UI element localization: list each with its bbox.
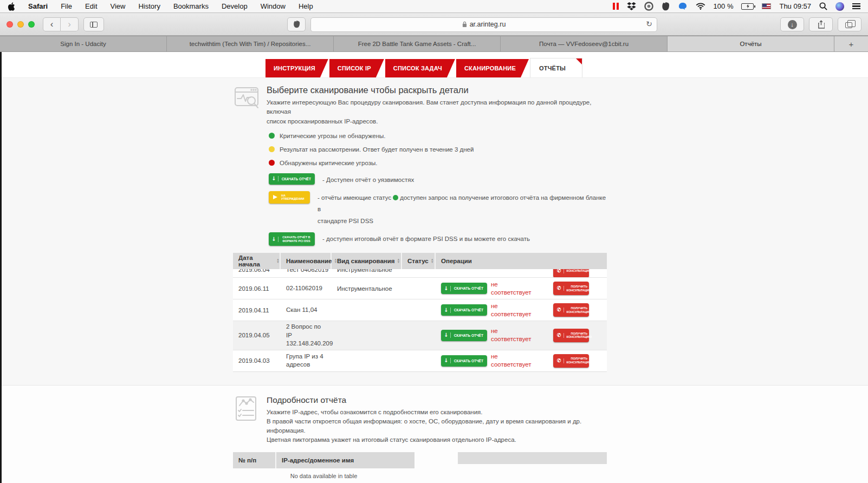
table-row[interactable]: 2019.04.05 2 Вопрос по IP 132.148.240.20… [233, 321, 607, 350]
site-tab-scanning[interactable]: СКАНИРОВАНИЕ [456, 59, 529, 77]
address-bar[interactable]: ar.arinteg.ru ↻ [310, 17, 657, 32]
close-window-button[interactable] [7, 21, 13, 28]
browser-tab-udacity[interactable]: Sign In - Udacity [0, 36, 167, 51]
menu-help[interactable]: Help [299, 2, 313, 10]
consult-button[interactable]: ✆ПОЛУЧИТЬ КОНСУЛЬТАЦИЮ [553, 282, 589, 295]
menu-file[interactable]: File [61, 2, 72, 10]
battery-icon[interactable] [741, 3, 754, 10]
share-button[interactable] [809, 17, 833, 31]
wifi-icon[interactable] [696, 3, 705, 10]
reload-button[interactable]: ↻ [646, 19, 652, 28]
col-operations-header: Операции [436, 253, 607, 269]
downloads-button[interactable]: ↓ [780, 17, 804, 31]
col-status-header[interactable]: Статус▲▼ [402, 253, 436, 269]
approval-desc: - отчёты имеющие статусдоступен запрос н… [318, 192, 607, 228]
cell-date: 2019.04.11 [233, 307, 281, 314]
menu-history[interactable]: History [138, 2, 160, 10]
cell-type: Инструментальное [332, 269, 402, 273]
input-language-flag-icon[interactable] [762, 3, 771, 9]
consult-button[interactable]: ✆ПОЛУЧИТЬ КОНСУЛЬТАЦИЮ [553, 329, 589, 342]
download-pci-label: СКАЧАТЬ ОТЧЁТ В ФОРМАТЕ PCI DSS [282, 236, 311, 243]
mastodon-elephant-icon[interactable] [678, 2, 688, 10]
table-row[interactable]: 2019.04.11 Скан 11,04 ⭣СКАЧАТЬ ОТЧЁТ не … [233, 299, 607, 321]
download-report-button[interactable]: ⭣СКАЧАТЬ ОТЧЁТ [441, 355, 487, 367]
cell-date: 2019.04.03 [233, 357, 281, 364]
evernote-icon[interactable] [662, 2, 670, 11]
cell-name: 2 Вопрос по IP 132.148.240.209 [281, 323, 332, 348]
apple-menu-icon[interactable] [8, 2, 15, 11]
sidebar-icon [90, 22, 98, 28]
download-pci-desc: - доступен итоговый отчёт в формате PSI … [322, 233, 530, 245]
spotlight-search-icon[interactable] [819, 2, 827, 10]
tab-overview-button[interactable] [838, 17, 861, 31]
sidebar-toggle-button[interactable] [83, 17, 104, 31]
report-details-title: Подробности отчёта [267, 395, 607, 405]
pause-status-icon[interactable] [613, 3, 619, 10]
dropbox-icon[interactable] [627, 2, 636, 10]
inline-green-dot-icon [393, 195, 398, 200]
download-arrow-icon: ⭣ [273, 237, 278, 242]
new-tab-button[interactable]: + [834, 36, 868, 51]
site-tab-reports-active[interactable]: ОТЧЁТЫ [530, 58, 582, 77]
download-report-button[interactable]: ⭣СКАЧАТЬ ОТЧЁТ [441, 304, 487, 316]
cell-date: 2019.06.11 [233, 285, 281, 292]
status-fail-label: не соответствует [485, 353, 540, 369]
minimize-window-button[interactable] [17, 21, 24, 28]
menu-edit[interactable]: Edit [85, 2, 97, 10]
sort-icon[interactable]: ▲▼ [276, 258, 280, 264]
browser-tab-mail[interactable]: Почта — VVFedoseev@1cbit.ru [501, 36, 668, 51]
menubar-clock[interactable]: Thu 09:57 [779, 2, 811, 10]
menu-view[interactable]: View [111, 2, 126, 10]
notification-center-icon[interactable] [852, 3, 860, 9]
status-fail-label: не соответствует [485, 302, 540, 318]
table-row[interactable]: 2019.04.03 Група IP из 4 адресов ⭣СКАЧАТ… [233, 350, 607, 371]
download-arrow-icon: ⭣ [445, 358, 451, 363]
macos-menubar: Safari File Edit View History Bookmarks … [0, 0, 868, 13]
download-report-label: СКАЧАТЬ ОТЧЁТ [282, 177, 311, 181]
siri-icon[interactable] [835, 2, 844, 11]
download-report-button[interactable]: ⭣СКАЧАТЬ ОТЧЁТ [441, 330, 487, 341]
scan-list-section: Выберите сканирование чтобы раскрыть дет… [0, 77, 868, 385]
download-arrow-icon: ⭣ [445, 286, 451, 291]
lock-icon [462, 21, 467, 28]
browser-tab-reports-active[interactable]: Отчёты [668, 36, 834, 51]
consult-button[interactable]: ✆КОНСУЛЬТАЦИЮ [553, 269, 589, 277]
browser-tab-github[interactable]: techwithtim (Tech With Tim) / Repositori… [167, 36, 334, 51]
sort-icon[interactable]: ▲▼ [397, 258, 400, 264]
site-tab-ip-list[interactable]: СПИСОК IP [329, 59, 384, 77]
battery-percent-label: 100 % [714, 2, 734, 10]
consult-button[interactable]: ✆ПОЛУЧИТЬ КОНСУЛЬТАЦИЮ [553, 354, 589, 368]
menu-bookmarks[interactable]: Bookmarks [173, 2, 209, 10]
ip-table-header: № п/п IP-адрес/доменное имя [233, 452, 414, 468]
table-row[interactable]: 2019.06.11 02-11062019 Инструментальное … [233, 277, 607, 299]
cell-date: 2019.04.05 [233, 332, 281, 338]
browser-tab-game-assets[interactable]: Free 2D Battle Tank Game Assets - Craft.… [334, 36, 501, 51]
download-report-button[interactable]: ⭣СКАЧАТЬ ОТЧЁТ [441, 283, 487, 294]
consult-button[interactable]: ✆ПОЛУЧИТЬ КОНСУЛЬТАЦИЮ [553, 303, 589, 317]
col-name-header[interactable]: Наименование▲▼ [281, 253, 332, 269]
col-date-header[interactable]: Дата начала▲▼ [233, 253, 281, 269]
table-row-clipped[interactable]: 2019.06.04 Тест 04062019 Инструментально… [233, 269, 607, 277]
menu-window[interactable]: Window [261, 2, 286, 10]
sort-icon[interactable]: ▲▼ [431, 258, 434, 264]
site-tab-instruction[interactable]: ИНСТРУКЦИЯ [265, 59, 328, 77]
tab-overview-icon [845, 22, 852, 28]
web-page: ИНСТРУКЦИЯ СПИСОК IP СПИСОК ЗАДАЧ СКАНИР… [0, 52, 868, 483]
back-button[interactable]: ‹ [43, 17, 61, 31]
col-ip-header[interactable]: IP-адрес/доменное имя [276, 452, 414, 468]
forward-button[interactable]: › [61, 17, 79, 31]
zoom-window-button[interactable] [28, 21, 35, 28]
col-type-header[interactable]: Вид сканирования▲▼ [332, 253, 402, 269]
evernote-extension-button[interactable] [287, 17, 306, 31]
download-arrow-icon: ⭣ [445, 332, 451, 338]
report-details-line3: Цветная пиктограмма укажет на итоговый с… [267, 435, 607, 445]
site-tab-task-list[interactable]: СПИСОК ЗАДАЧ [385, 59, 455, 77]
cell-type: Инструментальное [332, 285, 402, 292]
col-number-header[interactable]: № п/п [233, 452, 276, 468]
status-fail-label: не соответствует [485, 280, 540, 297]
approval-label: НА УТВЕРЖДЕНИИ [281, 194, 306, 200]
menu-develop[interactable]: Develop [222, 2, 248, 10]
creative-cloud-icon[interactable] [644, 2, 653, 11]
scan-table: Дата начала▲▼ Наименование▲▼ Вид сканиро… [233, 253, 607, 372]
menubar-app-name[interactable]: Safari [28, 2, 48, 10]
